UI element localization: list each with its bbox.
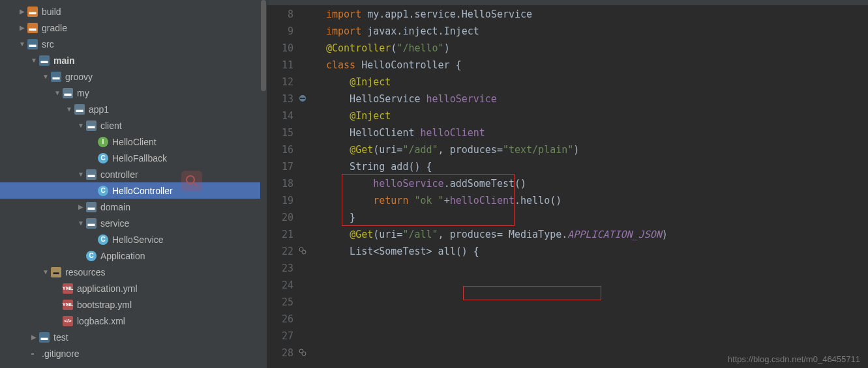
sidebar-scrollbar[interactable] — [260, 0, 267, 368]
tree-item-hellocontroller[interactable]: CHelloController — [0, 182, 267, 199]
code-line[interactable]: String add() { — [326, 158, 868, 175]
code-token: .hello() — [515, 195, 561, 206]
gutter-spacer — [299, 311, 312, 328]
line-number: 10 — [267, 40, 293, 57]
line-number: 16 — [267, 141, 293, 158]
tree-item-bootstrap-yml[interactable]: YMLbootstrap.yml — [0, 296, 267, 313]
tree-item-label: client — [100, 120, 122, 131]
tree-item-label: application.yml — [77, 283, 138, 294]
code-line[interactable]: return "ok "+helloClient.hello() — [326, 192, 868, 209]
tree-arrow-icon[interactable] — [52, 88, 63, 98]
tree-item-label: app1 — [89, 104, 109, 115]
tree-item-label: HelloFallback — [112, 153, 167, 163]
tree-item-helloservice[interactable]: CHelloService — [0, 231, 267, 248]
code-line[interactable]: helloService.addSomeTest() — [326, 175, 868, 192]
tree-arrow-icon — [17, 348, 27, 359]
tree-item-build[interactable]: ▬build — [0, 3, 267, 20]
tree-arrow-icon[interactable] — [76, 218, 86, 229]
tree-item-app1[interactable]: ▬app1 — [0, 101, 267, 117]
gutter-spacer — [299, 260, 312, 277]
tree-item-service[interactable]: ▬service — [0, 215, 267, 231]
tree-item-hellofallback[interactable]: CHelloFallback — [0, 150, 267, 166]
code-token: "/all" — [402, 229, 438, 240]
gutter-spacer — [299, 6, 312, 23]
code-line[interactable]: @Inject — [326, 74, 868, 91]
line-number: 15 — [267, 124, 293, 141]
tree-item-test[interactable]: ▬test — [0, 329, 267, 345]
tree-item-application-yml[interactable]: YMLapplication.yml — [0, 280, 267, 296]
code-line[interactable]: } — [326, 209, 868, 226]
tree-arrow-icon[interactable] — [64, 104, 74, 115]
code-line[interactable]: @Get(uri="/all", produces= MediaType.APP… — [326, 226, 868, 243]
code-line[interactable]: class HelloController { — [326, 57, 868, 74]
tree-arrow-icon — [52, 300, 63, 310]
tree-item-src[interactable]: ▬src — [0, 36, 267, 52]
code-line[interactable]: HelloClient helloClient — [326, 124, 868, 141]
watermark-text: https://blog.csdn.net/m0_46455711 — [728, 354, 860, 364]
line-number: 20 — [267, 209, 293, 226]
tree-item-my[interactable]: ▬my — [0, 85, 267, 101]
tree-arrow-icon[interactable] — [29, 332, 39, 343]
tree-item-logback-xml[interactable]: </>logback.xml — [0, 313, 267, 329]
link-gutter-icon — [299, 243, 312, 260]
tree-arrow-icon[interactable] — [29, 55, 39, 66]
fold-marker — [312, 6, 323, 23]
code-line[interactable]: import my.app1.service.HelloService — [326, 6, 868, 23]
code-editor[interactable]: 8910111213141516171819202122232425262728… — [267, 6, 868, 368]
code-line[interactable]: List<SomeTest> all() { — [326, 243, 868, 260]
code-line[interactable]: import javax.inject.Inject — [326, 23, 868, 40]
tree-item-resources[interactable]: ▬resources — [0, 264, 267, 280]
code-token: (uri= — [373, 144, 402, 156]
code-token: List<SomeTest> all() { — [326, 246, 479, 257]
tree-item-client[interactable]: ▬client — [0, 117, 267, 134]
line-number: 18 — [267, 175, 293, 192]
tree-arrow-icon[interactable] — [17, 7, 27, 17]
editor-tabs[interactable] — [267, 0, 868, 6]
code-line[interactable]: @Inject — [326, 107, 868, 124]
line-number: 24 — [267, 277, 293, 294]
interface-icon: I — [98, 137, 108, 147]
code-line[interactable]: HelloService helloService — [326, 91, 868, 107]
folder-pkg-icon: ▬ — [86, 202, 97, 212]
tree-arrow-icon[interactable] — [76, 202, 86, 212]
line-number: 27 — [267, 328, 293, 345]
fold-column[interactable] — [312, 6, 323, 368]
tree-item-domain[interactable]: ▬domain — [0, 199, 267, 215]
fold-marker — [312, 57, 323, 74]
class-icon: C — [98, 153, 108, 163]
code-token: "ok " — [414, 195, 443, 206]
tree-arrow-icon[interactable] — [17, 39, 27, 50]
tree-item-main[interactable]: ▬main — [0, 52, 267, 68]
fold-marker — [312, 294, 323, 311]
tree-arrow-icon[interactable] — [76, 120, 86, 131]
code-token: @Inject — [350, 76, 391, 88]
tree-item--gitignore[interactable]: ▫.gitignore — [0, 345, 267, 361]
code-token: ) — [444, 42, 450, 54]
folder-src-icon: ▬ — [39, 332, 50, 343]
code-token: APPLICATION_JSON — [567, 229, 662, 240]
code-line[interactable]: @Controller("/hello") — [326, 40, 868, 57]
tree-item-helloclient[interactable]: IHelloClient — [0, 134, 267, 150]
yml-icon: YML — [63, 300, 73, 310]
tree-item-gradle[interactable]: ▬gradle — [0, 20, 267, 36]
project-tree-sidebar[interactable]: ▬build▬gradle▬src▬main▬groovy▬my▬app1▬cl… — [0, 0, 267, 368]
gutter-spacer — [299, 175, 312, 192]
tree-arrow-icon[interactable] — [40, 72, 51, 82]
fold-marker — [312, 124, 323, 141]
code-token: my.app1.service.HelloService — [361, 8, 532, 20]
line-number: 9 — [267, 23, 293, 40]
tree-arrow-icon[interactable] — [17, 23, 27, 33]
tree-item-application[interactable]: CApplication — [0, 248, 267, 264]
highlight-box-2 — [463, 286, 601, 300]
tree-item-label: .gitignore — [42, 348, 80, 359]
tree-arrow-icon[interactable] — [40, 267, 51, 277]
tree-item-controller[interactable]: ▬controller — [0, 166, 267, 182]
code-line[interactable]: @Get(uri="/add", produces="text/plain") — [326, 141, 868, 158]
code-content[interactable]: import my.app1.service.HelloServiceimpor… — [323, 6, 868, 368]
tree-item-groovy[interactable]: ▬groovy — [0, 68, 267, 85]
tree-arrow-icon — [76, 251, 86, 261]
tree-arrow-icon[interactable] — [76, 169, 86, 180]
tree-item-label: my — [77, 88, 89, 98]
line-number: 26 — [267, 311, 293, 328]
gutter-spacer — [299, 23, 312, 40]
